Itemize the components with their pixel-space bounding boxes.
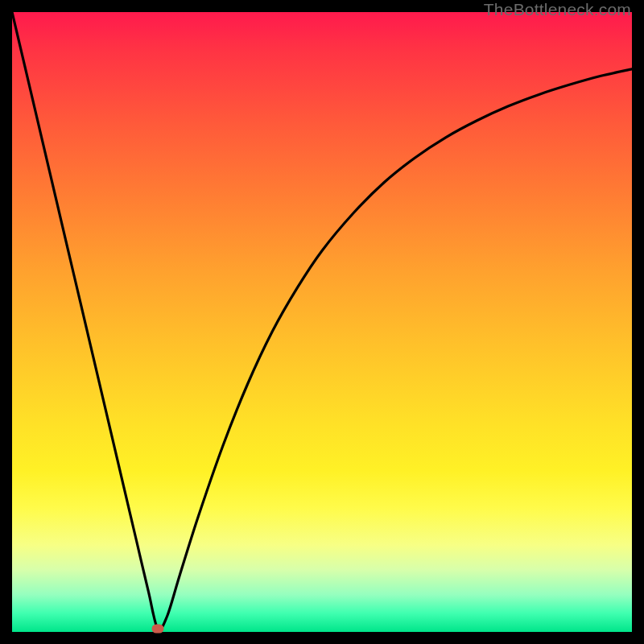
bottleneck-curve [12,12,632,632]
optimal-point-marker [151,625,163,634]
chart-frame: TheBottleneck.com [0,0,644,644]
watermark-text: TheBottleneck.com [484,0,631,19]
plot-area [12,12,632,632]
